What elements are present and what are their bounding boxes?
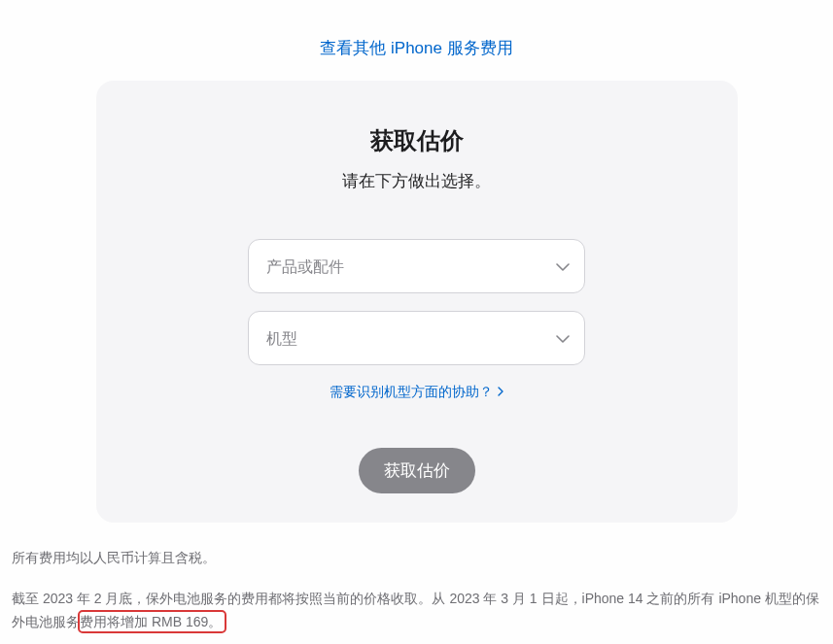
- model-select[interactable]: 机型: [248, 311, 585, 365]
- footer-line-currency: 所有费用均以人民币计算且含税。: [12, 546, 821, 569]
- chevron-right-icon: [498, 384, 503, 399]
- product-select[interactable]: 产品或配件: [248, 239, 585, 293]
- help-link-text: 需要识别机型方面的协助？: [330, 384, 493, 399]
- highlighted-price-increase: 费用将增加 RMB 169。: [78, 610, 226, 633]
- get-estimate-button[interactable]: 获取估价: [359, 448, 475, 493]
- estimate-card: 获取估价 请在下方做出选择。 产品或配件 机型 需要识别机型方面的协助？ 获取估…: [96, 81, 738, 523]
- footer-line-price-change: 截至 2023 年 2 月底，保外电池服务的费用都将按照当前的价格收取。从 20…: [12, 587, 821, 633]
- footer-notes: 所有费用均以人民币计算且含税。 截至 2023 年 2 月底，保外电池服务的费用…: [0, 523, 833, 633]
- card-subtitle: 请在下方做出选择。: [96, 170, 738, 192]
- other-service-fee-link[interactable]: 查看其他 iPhone 服务费用: [320, 39, 512, 57]
- card-title: 获取估价: [96, 125, 738, 156]
- identify-model-help-link[interactable]: 需要识别机型方面的协助？: [330, 384, 504, 399]
